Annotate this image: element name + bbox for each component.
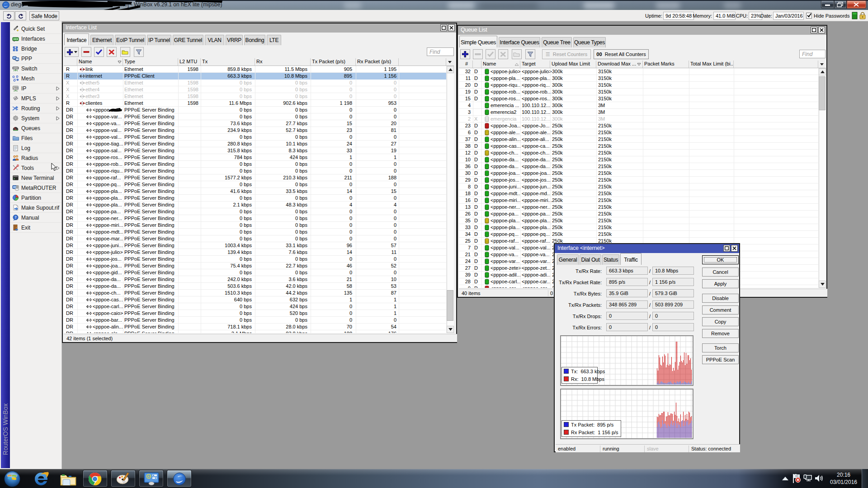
svg-text:?: ?: [15, 216, 17, 220]
svg-text:255: 255: [13, 86, 18, 89]
